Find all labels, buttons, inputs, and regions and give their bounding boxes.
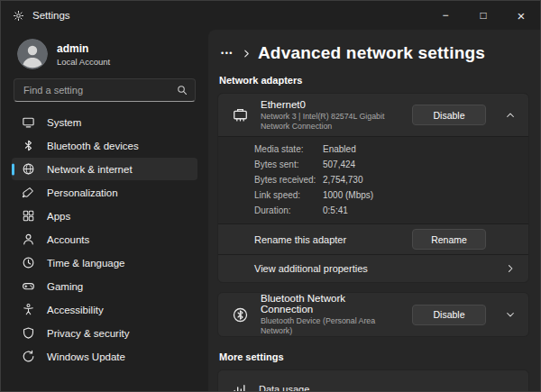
clock-icon <box>22 256 35 269</box>
ethernet-adapter-header[interactable]: Ethernet0 Network 3 | Intel(R) 82574L Gi… <box>218 94 528 136</box>
update-arrows-icon <box>22 350 35 363</box>
detail-label: Bytes sent: <box>254 157 323 172</box>
sidebar-item-label: Personalization <box>47 187 118 198</box>
sidebar-item-label: Apps <box>47 211 70 222</box>
sidebar-item-apps[interactable]: Apps <box>12 205 197 227</box>
detail-row-bytes-sent: Bytes sent: 507,424 <box>254 157 515 172</box>
settings-window: Settings − □ × admin Local Account <box>0 0 541 392</box>
sidebar-item-accessibility[interactable]: Accessibility <box>12 298 197 321</box>
adapter-description: Network 3 | Intel(R) 82574L Gigabit Netw… <box>261 112 400 132</box>
sidebar-item-label: Accounts <box>47 234 89 245</box>
sidebar-item-label: Windows Update <box>47 351 125 362</box>
network-globe-icon <box>22 162 35 176</box>
chevron-up-icon[interactable] <box>498 110 523 121</box>
detail-row-duration: Duration: 0:5:41 <box>254 203 515 218</box>
detail-value: 0:5:41 <box>323 203 348 218</box>
adapter-details: Media state: Enabled Bytes sent: 507,424… <box>218 136 528 223</box>
titlebar: Settings − □ × <box>1 1 540 30</box>
detail-row-bytes-received: Bytes received: 2,754,730 <box>254 172 515 187</box>
sidebar-item-time-language[interactable]: Time & language <box>12 251 197 274</box>
breadcrumb-chevron-icon <box>242 49 252 59</box>
adapter-description: Bluetooth Device (Personal Area Network) <box>261 316 400 336</box>
main-content: ••• Advanced network settings Network ad… <box>208 30 540 391</box>
sidebar-item-personalization[interactable]: Personalization <box>12 181 197 204</box>
gamepad-icon <box>22 279 35 293</box>
detail-label: Link speed: <box>254 187 323 203</box>
breadcrumb: ••• Advanced network settings <box>217 30 529 73</box>
rename-adapter-label: Rename this adapter <box>254 234 346 245</box>
shield-icon <box>22 326 35 340</box>
detail-label: Bytes received: <box>254 172 323 187</box>
sidebar-item-label: Gaming <box>47 281 83 292</box>
search-box <box>14 78 196 102</box>
close-icon: × <box>518 8 526 23</box>
maximize-icon: □ <box>480 9 486 22</box>
sidebar: admin Local Account System Bluetooth & d… <box>1 30 208 391</box>
sidebar-item-network-internet[interactable]: Network & internet <box>12 158 197 180</box>
view-additional-properties-row[interactable]: View additional properties <box>218 254 528 282</box>
search-icon <box>176 84 188 96</box>
rename-button[interactable]: Rename <box>412 229 486 250</box>
close-button[interactable]: × <box>502 1 540 30</box>
maximize-button[interactable]: □ <box>464 1 502 30</box>
bluetooth-disable-button[interactable]: Disable <box>412 305 486 325</box>
window-controls: − □ × <box>426 1 540 30</box>
breadcrumb-ellipsis-button[interactable]: ••• <box>219 47 235 59</box>
sidebar-item-privacy-security[interactable]: Privacy & security <box>12 322 197 344</box>
search-input[interactable] <box>14 78 196 102</box>
detail-value: 2,754,730 <box>323 172 363 187</box>
adapter-name: Ethernet0 <box>261 99 400 110</box>
sidebar-item-label: Bluetooth & devices <box>47 141 139 151</box>
bluetooth-icon <box>22 139 35 152</box>
bluetooth-network-icon <box>232 306 249 324</box>
detail-value: 507,424 <box>323 157 355 172</box>
sidebar-item-bluetooth-devices[interactable]: Bluetooth & devices <box>12 134 197 157</box>
apps-grid-icon <box>22 209 35 223</box>
chevron-right-icon <box>498 263 523 274</box>
detail-value: Enabled <box>323 141 356 157</box>
rename-adapter-row: Rename this adapter Rename <box>218 223 528 254</box>
sidebar-item-system[interactable]: System <box>12 111 197 133</box>
sidebar-item-gaming[interactable]: Gaming <box>12 275 197 297</box>
bluetooth-adapter-card: Bluetooth Network Connection Bluetooth D… <box>217 292 529 337</box>
sidebar-item-label: Privacy & security <box>47 328 129 339</box>
minimize-button[interactable]: − <box>426 1 464 30</box>
view-properties-label: View additional properties <box>254 263 498 274</box>
detail-value: 1000 (Mbps) <box>323 187 373 203</box>
ethernet-adapter-card: Ethernet0 Network 3 | Intel(R) 82574L Gi… <box>217 93 529 283</box>
section-network-adapters: Network adapters <box>219 75 529 86</box>
adapter-name: Bluetooth Network Connection <box>261 293 400 315</box>
personalization-brush-icon <box>22 186 35 199</box>
detail-row-link-speed: Link speed: 1000 (Mbps) <box>254 187 515 203</box>
minimize-icon: − <box>442 9 448 22</box>
bluetooth-adapter-header[interactable]: Bluetooth Network Connection Bluetooth D… <box>218 293 528 336</box>
section-more-settings: More settings <box>219 351 529 362</box>
user-account: admin Local Account <box>12 37 197 78</box>
sidebar-item-windows-update[interactable]: Windows Update <box>12 345 197 368</box>
accessibility-person-icon <box>22 303 35 316</box>
settings-gear-icon <box>13 10 24 22</box>
system-icon <box>22 115 35 129</box>
sidebar-item-accounts[interactable]: Accounts <box>12 228 197 251</box>
data-usage-chart-icon <box>232 382 247 392</box>
detail-label: Duration: <box>254 203 323 218</box>
sidebar-item-label: Network & internet <box>47 164 133 175</box>
accounts-person-icon <box>22 232 35 246</box>
user-name: admin <box>57 42 110 55</box>
page-title: Advanced network settings <box>258 42 485 64</box>
sidebar-nav: System Bluetooth & devices Network & int… <box>12 111 197 368</box>
sidebar-item-label: System <box>47 117 81 128</box>
ethernet-disable-button[interactable]: Disable <box>412 105 486 125</box>
sidebar-item-label: Accessibility <box>47 305 104 315</box>
data-usage-row[interactable]: Data usage <box>217 369 529 391</box>
avatar <box>17 39 48 69</box>
chevron-down-icon[interactable] <box>498 309 523 320</box>
detail-row-media-state: Media state: Enabled <box>254 141 515 157</box>
data-usage-label: Data usage <box>259 384 309 391</box>
user-account-type: Local Account <box>57 57 110 67</box>
sidebar-item-label: Time & language <box>47 258 125 269</box>
window-title: Settings <box>32 10 70 21</box>
detail-label: Media state: <box>254 141 323 157</box>
ethernet-adapter-icon <box>232 106 249 123</box>
